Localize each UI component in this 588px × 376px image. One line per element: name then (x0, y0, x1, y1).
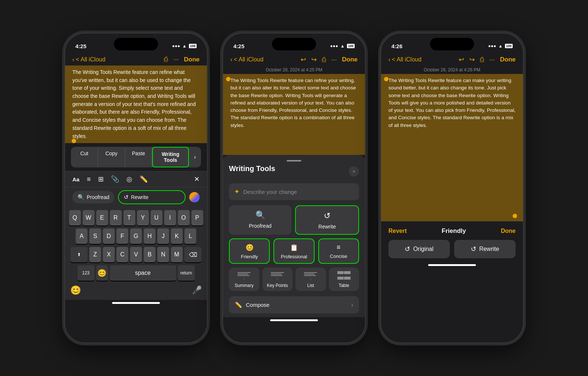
dynamic-island-1 (114, 38, 158, 50)
wt-list-button[interactable]: ↓ List (295, 267, 326, 291)
more-button-1[interactable]: › (189, 147, 201, 167)
writing-tools-button[interactable]: Writing Tools (152, 147, 189, 167)
wt-title: Writing Tools (229, 164, 275, 173)
cursor-handle-bottom-1 (72, 139, 76, 143)
handwriting-icon[interactable]: ✏️ (140, 175, 148, 183)
key-e[interactable]: E (96, 210, 108, 226)
attachment-icon[interactable]: 📎 (111, 175, 119, 183)
key-t[interactable]: T (123, 210, 135, 226)
wt-professional-button[interactable]: 📋 Professional (273, 238, 314, 264)
battery-icon-2: 100 (347, 44, 355, 48)
key-h[interactable]: H (144, 228, 155, 244)
key-m[interactable]: M (171, 247, 183, 262)
nav-bar-1: ‹ < All iCloud ⎙ ··· Done (65, 53, 207, 65)
wt-rewrite-button[interactable]: ↺ Rewrite (295, 205, 359, 235)
key-b[interactable]: B (144, 247, 155, 262)
emoji-icon-keyboard[interactable]: 😊 (70, 285, 81, 295)
share-icon-3[interactable]: ⎙ (480, 56, 484, 64)
wt-concise-button[interactable]: ≡ Concise (318, 238, 359, 264)
key-123[interactable]: 123 (78, 265, 94, 281)
key-emoji[interactable]: 😊 (96, 265, 108, 281)
aa-icon[interactable]: Aa (72, 176, 79, 182)
wt-proofread-button[interactable]: 🔍 Proofread (229, 205, 291, 235)
key-w[interactable]: W (83, 210, 94, 226)
key-return[interactable]: return (178, 265, 195, 281)
wt-summary-button[interactable]: ↓ Summary (229, 267, 259, 291)
done-button-3[interactable]: Done (501, 228, 516, 234)
key-d[interactable]: D (103, 228, 115, 244)
keyboard-bottom-1: 😊 🎤 (67, 284, 205, 298)
apple-intelligence-icon[interactable] (189, 192, 200, 202)
key-p[interactable]: P (191, 210, 203, 226)
key-r[interactable]: R (110, 210, 122, 226)
key-g[interactable]: G (130, 228, 142, 244)
table-label: Table (338, 283, 349, 288)
table-icon[interactable]: ⊞ (98, 175, 104, 183)
rewrite-final-button[interactable]: ↺ Rewrite (454, 240, 516, 258)
key-delete[interactable]: ⌫ (184, 247, 201, 262)
key-q[interactable]: Q (69, 210, 81, 226)
proofread-bar-btn[interactable]: 🔍 Proofread (72, 191, 114, 203)
mic-icon-keyboard[interactable]: 🎤 (192, 285, 202, 295)
nav-done-2[interactable]: Done (342, 56, 358, 63)
undo-icon-2[interactable]: ↩ (301, 56, 306, 64)
list-format-icon[interactable]: ≡ (87, 175, 91, 183)
key-shift[interactable]: ⬆ (71, 247, 87, 262)
body-text-3: The Writing Tools Rewrite feature can ma… (388, 78, 516, 128)
key-o[interactable]: O (178, 210, 190, 226)
copy-button[interactable]: Copy (98, 147, 125, 167)
key-u[interactable]: U (151, 210, 162, 226)
nav-right-2: ↩ ↪ ⎙ ··· Done (301, 56, 358, 64)
more-icon-1[interactable]: ··· (173, 56, 179, 63)
rewrite-bar-btn[interactable]: ↺ Rewrite (118, 190, 186, 204)
nav-done-1[interactable]: Done (184, 56, 200, 63)
wt-keypoints-button[interactable]: ↓ Key Points (262, 267, 293, 291)
key-l[interactable]: L (184, 228, 196, 244)
key-v[interactable]: V (130, 247, 142, 262)
redo-icon-2[interactable]: ↪ (311, 56, 317, 64)
proofread-label: Proofread (249, 223, 271, 229)
wt-close-button[interactable]: × (349, 166, 359, 177)
key-c[interactable]: C (116, 247, 128, 262)
nav-done-3[interactable]: Done (500, 56, 516, 63)
nav-back-3[interactable]: ‹ < All iCloud (388, 56, 422, 63)
phone-3: 4:26 ●●● ▲ 100 ‹ < All iCloud ↩ ↪ ⎙ ··· … (380, 33, 524, 343)
sheet-drag-handle[interactable] (287, 160, 301, 162)
wt-table-button[interactable]: Table (329, 267, 359, 291)
wt-friendly-button[interactable]: 😊 Friendly (229, 238, 270, 264)
search-icon-bar: 🔍 (78, 194, 85, 201)
share-icon-1[interactable]: ⎙ (164, 56, 168, 63)
revert-button[interactable]: Revert (388, 228, 407, 234)
professional-label: Professional (281, 254, 307, 259)
key-j[interactable]: J (157, 228, 169, 244)
redo-icon-3[interactable]: ↪ (469, 56, 475, 64)
back-chevron-2: ‹ (230, 56, 232, 63)
wt-compose-button[interactable]: ✏️ Compose › (229, 296, 359, 313)
cursor-handle-top-2 (226, 77, 230, 81)
more-icon-2[interactable]: ··· (331, 56, 337, 64)
paste-button[interactable]: Paste (125, 147, 153, 167)
nav-back-1[interactable]: ‹ < All iCloud (72, 56, 105, 63)
key-k[interactable]: K (171, 228, 183, 244)
undo-icon-3[interactable]: ↩ (459, 56, 464, 64)
key-space[interactable]: space (110, 265, 176, 281)
key-a[interactable]: A (76, 228, 87, 244)
wt-describe-input[interactable]: ✦ Describe your change (229, 183, 359, 200)
key-s[interactable]: S (89, 228, 101, 244)
key-z[interactable]: Z (89, 247, 101, 262)
rewrite-icon: ↺ (324, 211, 330, 221)
original-button[interactable]: ↺ Original (388, 240, 450, 258)
nav-back-2[interactable]: ‹ < All iCloud (230, 56, 263, 63)
markup-icon[interactable]: ◎ (126, 175, 132, 183)
cut-button[interactable]: Cut (71, 147, 98, 167)
more-icon-3[interactable]: ··· (489, 56, 495, 64)
close-keyboard-icon[interactable]: ✕ (194, 175, 200, 183)
key-n[interactable]: N (157, 247, 169, 262)
phone3-bottom-area: Revert Friendly Done ↺ Original ↺ Rewrit… (381, 221, 523, 262)
key-y[interactable]: Y (137, 210, 149, 226)
body-text-2: The Writing Tools Rewrite feature can re… (230, 78, 356, 128)
share-icon-2[interactable]: ⎙ (322, 56, 326, 64)
key-f[interactable]: F (116, 228, 128, 244)
key-i[interactable]: I (164, 210, 176, 226)
key-x[interactable]: X (103, 247, 115, 262)
